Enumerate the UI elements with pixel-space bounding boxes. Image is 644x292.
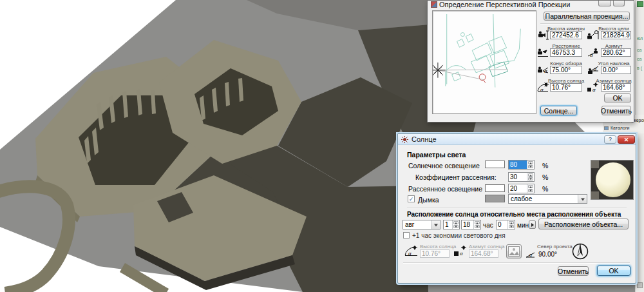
daylight-saving-checkbox[interactable]: [403, 232, 410, 238]
camera-height-icon: [537, 30, 549, 40]
chevron-down-icon: [431, 220, 440, 229]
object-location-button[interactable]: Расположение объекта...: [538, 219, 629, 229]
cancel-button[interactable]: Отменить: [601, 106, 631, 115]
panel-text-fragment: в (: [637, 66, 642, 70]
spinner-arrows[interactable]: [527, 161, 534, 169]
percent-sign: %: [542, 173, 548, 181]
haze-label: Дымка: [418, 196, 439, 204]
preview-sphere: [596, 162, 630, 197]
daylight-saving-label: +1 час экономии светового дня: [412, 232, 506, 239]
ambient-color-swatch[interactable]: [485, 184, 505, 192]
north-icon: α: [526, 251, 536, 258]
projection-dialog-icon: [431, 1, 437, 8]
landscape-preview-button[interactable]: [506, 244, 522, 258]
window-button-clipped[interactable]: [598, 1, 611, 6]
background-panel: юл са са в (: [635, 0, 644, 292]
azimuth-icon: α: [587, 48, 600, 57]
panel-text-fragment: са: [637, 48, 641, 52]
svg-text:α: α: [540, 87, 544, 92]
sun-dialog-icon: [401, 136, 408, 143]
minute-unit-label: мин: [517, 222, 529, 229]
distance-field[interactable]: 46753.3: [550, 48, 582, 57]
landscape-icon: [508, 246, 520, 257]
minute-spinner[interactable]: 0: [496, 220, 515, 229]
sun-altitude-icon: α: [404, 246, 419, 257]
cancel-button[interactable]: Отменить: [558, 266, 589, 276]
sun-light-label: Солнечное освещение: [408, 162, 480, 170]
projection-dialog: Определение Перспективной Проекции: [427, 0, 634, 122]
haze-strength-dropdown[interactable]: слабое: [508, 194, 587, 204]
site-plan-lines: [446, 14, 521, 88]
parallel-projection-button[interactable]: Параллельная проекция...: [544, 12, 630, 21]
svg-text:α: α: [544, 68, 547, 74]
sun-light-color-swatch[interactable]: [485, 161, 505, 168]
day-spinner[interactable]: 1: [443, 220, 460, 229]
divider: [540, 23, 630, 24]
close-icon[interactable]: ✕: [618, 135, 635, 144]
sun-azimuth-value: 164.68°: [469, 249, 498, 258]
sun-dialog-titlebar[interactable]: Солнце ? ✕: [398, 134, 636, 145]
sun-azimuth-icon: α: [587, 83, 600, 92]
tree-item[interactable]: Каталоги: [611, 126, 629, 130]
ambient-spinner[interactable]: 20: [508, 184, 535, 193]
tilt-angle-field[interactable]: 0.00°: [601, 66, 631, 74]
sun-altitude-field[interactable]: 10.76°: [550, 83, 582, 92]
sun-altitude-value: 10.76°: [420, 249, 450, 258]
sun-dialog: Солнце ? ✕ Параметры света Солнечное осв…: [397, 133, 636, 284]
spinner-arrows[interactable]: [452, 220, 459, 229]
panel-folder-icon: [637, 1, 643, 7]
azimuth-field[interactable]: 280.62°: [601, 48, 631, 57]
tilt-angle-icon: α: [587, 65, 600, 75]
spinner-arrows[interactable]: [507, 220, 515, 229]
sun-altitude-icon: α: [537, 83, 549, 92]
compass-icon: [571, 242, 590, 261]
ambient-label: Рассеянное освещение: [408, 185, 482, 193]
tree-item-icon: [604, 126, 609, 130]
help-button[interactable]: ?: [604, 135, 616, 144]
sun-button[interactable]: Солнце...: [540, 106, 577, 115]
north-value: 90.00°: [538, 251, 557, 258]
divider: [403, 262, 630, 263]
ok-button[interactable]: OK: [604, 93, 631, 102]
svg-text:α: α: [592, 87, 596, 92]
view-cone-icon: α: [537, 65, 549, 75]
camera-height-field[interactable]: 272452.6: [550, 31, 582, 39]
target-height-field[interactable]: 218284.9: [601, 31, 631, 39]
sun-position-marker: [432, 63, 446, 78]
spinner-arrows[interactable]: [473, 220, 480, 229]
north-label: Север проекта: [537, 244, 573, 249]
panel-text-fragment: юл: [637, 36, 643, 41]
scatter-spinner[interactable]: 30: [508, 172, 535, 182]
panel-text-fragment: са: [637, 57, 641, 61]
chevron-down-icon: [578, 195, 587, 203]
light-preview: [591, 160, 634, 200]
play-button[interactable]: [529, 220, 536, 229]
haze-checkbox[interactable]: ✓: [408, 195, 415, 202]
hour-spinner[interactable]: 18: [461, 220, 481, 229]
divider: [407, 207, 627, 208]
panel-bottom-icon: [637, 282, 643, 288]
projection-dialog-title: Определение Перспективной Проекции: [439, 1, 570, 8]
window-button-clipped[interactable]: [613, 1, 625, 6]
sun-azimuth-label: Азимут солнца: [469, 244, 504, 249]
percent-sign: %: [542, 162, 548, 170]
plan-preview[interactable]: [432, 10, 536, 114]
haze-color-swatch[interactable]: [485, 195, 505, 202]
distance-icon: [537, 48, 549, 57]
light-params-title: Параметры света: [407, 151, 466, 159]
view-cone-field[interactable]: 75.00°: [550, 66, 582, 74]
archicad-screen: { "icons": { "alpha": "α" }, "colors": {…: [0, 0, 644, 292]
sun-light-spinner[interactable]: 80: [508, 160, 535, 170]
ok-button[interactable]: OK: [597, 266, 630, 276]
sun-altitude-label: Высота солнца: [420, 244, 456, 249]
camera-target-marker: [479, 74, 486, 83]
spinner-arrows[interactable]: [527, 184, 534, 193]
spinner-arrows[interactable]: [527, 173, 534, 181]
svg-text:α: α: [460, 251, 463, 257]
percent-sign: %: [542, 185, 548, 193]
sun-position-title: Расположение солнца относительно места р…: [407, 211, 621, 218]
sun-dialog-title: Солнце: [412, 135, 437, 143]
sun-azimuth-field[interactable]: 164.68°: [601, 83, 631, 92]
svg-text:α: α: [590, 52, 593, 57]
month-dropdown[interactable]: авг: [402, 220, 440, 229]
